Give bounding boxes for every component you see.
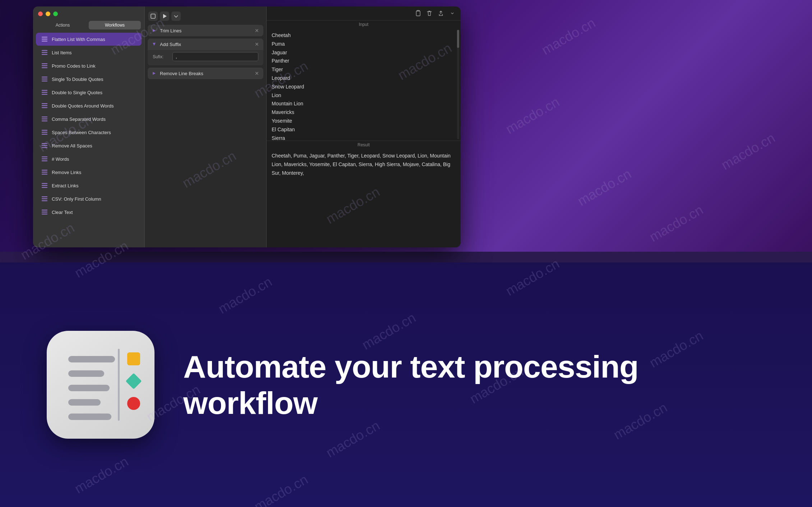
svg-rect-10 [42, 79, 47, 80]
sidebar-item-word-count[interactable]: # Words [36, 152, 142, 165]
svg-rect-38 [42, 200, 47, 201]
sidebar-item-clear-text[interactable]: Clear Text [36, 206, 142, 219]
svg-rect-40 [42, 212, 47, 213]
sidebar-item-list-items-label: List Items [52, 50, 72, 55]
middle-toolbar [145, 10, 266, 24]
sidebar-item-extract-links-label: Extract Links [52, 183, 78, 188]
sidebar-item-double-quotes-words-label: Double Quotes Around Words [52, 103, 114, 109]
sidebar-item-comma-separated-label: Comma Separated Words [52, 117, 106, 122]
sidebar-item-csv-first-col[interactable]: CSV: Only First Column [36, 192, 142, 205]
workflow-trim-lines-toggle[interactable] [151, 28, 157, 33]
workflow-trim-lines-close[interactable]: ✕ [254, 28, 260, 33]
svg-marker-46 [153, 72, 156, 75]
svg-rect-41 [42, 214, 47, 215]
trash-button[interactable] [425, 9, 434, 18]
svg-marker-44 [153, 29, 156, 32]
result-section: Result Cheetah, Puma, Jaguar, Panther, T… [267, 141, 461, 247]
svg-marker-45 [153, 43, 156, 46]
sidebar-item-remove-spaces[interactable]: Remove All Spaces [36, 139, 142, 152]
sidebar-item-single-to-double[interactable]: Single To Double Quotes [36, 73, 142, 86]
scrollbar-track-input [457, 30, 459, 139]
banner-text: Automate your text processing workflow [183, 348, 638, 421]
sidebar-item-spaces-between[interactable]: Spaces Between Characters [36, 126, 142, 139]
list-icon [41, 89, 48, 96]
square-toolbar-button[interactable] [148, 12, 158, 21]
icon-line-3 [68, 385, 110, 391]
tab-actions[interactable]: Actions [37, 21, 89, 29]
maximize-button[interactable] [53, 12, 58, 16]
svg-rect-35 [42, 187, 47, 188]
window-controls [38, 12, 58, 16]
list-icon [41, 102, 48, 109]
sidebar-item-list-items[interactable]: List Items [36, 46, 142, 59]
svg-rect-47 [416, 11, 420, 16]
tab-workflows[interactable]: Workflows [89, 21, 141, 29]
svg-rect-8 [42, 67, 47, 68]
workflow-add-suffix-title: Add Suffix [160, 42, 251, 47]
svg-rect-5 [42, 54, 47, 55]
svg-rect-32 [42, 174, 47, 175]
sidebar-item-comma-separated[interactable]: Comma Separated Words [36, 113, 142, 125]
right-toolbar [267, 6, 461, 20]
app-icon-inner [57, 342, 144, 428]
sidebar-item-double-quotes-words[interactable]: Double Quotes Around Words [36, 99, 142, 112]
sidebar-item-single-to-double-label: Single To Double Quotes [52, 77, 103, 82]
sidebar-item-double-to-single-label: Double to Single Quotes [52, 90, 102, 95]
play-toolbar-button[interactable] [160, 12, 169, 21]
svg-rect-14 [42, 94, 47, 95]
banner-line2: workflow [183, 385, 317, 421]
icon-shapes [127, 352, 140, 410]
list-icon [41, 195, 48, 202]
svg-rect-15 [42, 103, 47, 104]
workflow-add-suffix-toggle[interactable] [151, 41, 157, 47]
list-icon [41, 62, 48, 69]
svg-rect-6 [42, 63, 47, 64]
sidebar-item-double-to-single[interactable]: Double to Single Quotes [36, 86, 142, 99]
workflow-trim-lines-header: Trim Lines ✕ [148, 25, 263, 36]
workflow-remove-line-breaks-header: Remove Line Breaks ✕ [148, 68, 263, 79]
input-label: Input [267, 20, 461, 28]
svg-rect-39 [42, 210, 47, 211]
svg-rect-29 [42, 160, 47, 161]
svg-rect-16 [42, 105, 47, 106]
sidebar-item-remove-spaces-label: Remove All Spaces [52, 143, 92, 149]
suffix-field-label: Sufix: [153, 54, 169, 59]
sidebar-item-clear-text-label: Clear Text [52, 210, 73, 215]
svg-rect-17 [42, 107, 47, 108]
minimize-button[interactable] [46, 12, 50, 16]
icon-line-1 [68, 356, 115, 362]
input-content[interactable]: CheetahPumaJaguarPantherTigerLeopardSnow… [267, 28, 461, 141]
workflow-add-suffix-close[interactable]: ✕ [254, 41, 260, 47]
sidebar-item-spaces-between-label: Spaces Between Characters [52, 130, 111, 135]
workflow-remove-line-breaks-close[interactable]: ✕ [254, 70, 260, 76]
clipboard-button[interactable] [413, 9, 423, 18]
svg-rect-20 [42, 120, 47, 122]
suffix-field-input[interactable] [172, 52, 258, 61]
svg-rect-27 [42, 156, 47, 157]
sidebar-item-remove-links[interactable]: Remove Links [36, 166, 142, 179]
sidebar-item-flatten-list[interactable]: Flatten List With Commas [36, 33, 142, 46]
workflow-item-trim-lines: Trim Lines ✕ [148, 25, 263, 36]
svg-marker-43 [163, 14, 167, 18]
middle-panel: Trim Lines ✕ Add Suffix ✕ [144, 6, 267, 247]
svg-rect-12 [42, 90, 47, 91]
scrollbar-thumb-input[interactable] [457, 30, 459, 48]
result-label: Result [267, 141, 461, 149]
share-chevron-button[interactable] [448, 9, 457, 18]
svg-rect-18 [42, 117, 47, 118]
result-content: Cheetah, Puma, Jaguar, Panther, Tiger, L… [267, 149, 461, 247]
icon-line-2 [68, 370, 104, 377]
svg-rect-22 [42, 132, 47, 133]
svg-rect-37 [42, 198, 47, 200]
input-text: CheetahPumaJaguarPantherTigerLeopardSnow… [272, 31, 456, 141]
chevron-toolbar-button[interactable] [171, 12, 181, 21]
workflow-remove-line-breaks-toggle[interactable] [151, 70, 157, 76]
sidebar-item-promo-codes[interactable]: Promo Codes to Link [36, 59, 142, 72]
icon-lines [68, 356, 115, 420]
sidebar-item-extract-links[interactable]: Extract Links [36, 179, 142, 192]
share-button[interactable] [436, 9, 446, 18]
svg-rect-3 [42, 50, 47, 51]
svg-rect-26 [42, 147, 47, 148]
list-icon [41, 142, 48, 149]
close-button[interactable] [38, 12, 43, 16]
